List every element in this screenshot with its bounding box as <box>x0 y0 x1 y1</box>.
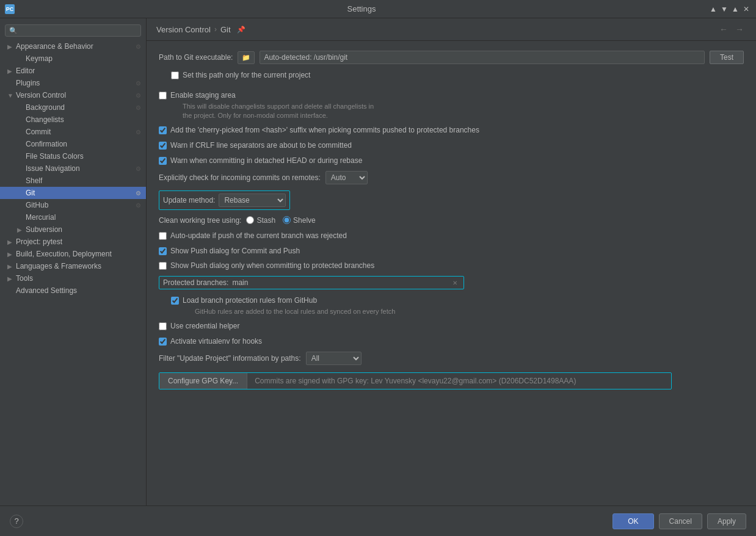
nav-forward-button[interactable]: → <box>733 23 746 35</box>
set-path-label: Set this path only for the current proje… <box>183 70 310 81</box>
protected-branches-input[interactable] <box>232 278 450 287</box>
sidebar-item-label: Issue Navigation <box>26 164 133 173</box>
sidebar-item-project[interactable]: ▶ Project: pytest <box>0 236 146 248</box>
gear-icon: ⚙ <box>136 190 141 197</box>
sidebar-item-issuenavigation[interactable]: Issue Navigation ⚙ <box>0 162 146 175</box>
stash-radio[interactable] <box>246 216 254 224</box>
sidebar-item-label: File Status Colors <box>26 152 141 161</box>
sidebar-item-confirmation[interactable]: Confirmation <box>0 138 146 150</box>
arrow-icon: ▶ <box>17 226 24 233</box>
sidebar-item-label: Commit <box>26 128 133 136</box>
sidebar-item-plugins[interactable]: Plugins ⚙ <box>0 77 146 89</box>
sidebar-item-label: Build, Execution, Deployment <box>16 250 141 258</box>
cancel-button[interactable]: Cancel <box>659 513 702 529</box>
clear-icon[interactable]: ✕ <box>450 280 460 286</box>
bottom-bar: ? OK Cancel Apply <box>0 505 756 536</box>
use-credential-helper-checkbox[interactable] <box>159 322 167 330</box>
breadcrumb: Version Control › Git 📌 ← → <box>147 18 756 41</box>
window-title: Settings <box>15 4 708 13</box>
search-box[interactable]: 🔍 <box>5 24 141 37</box>
nav-back-button[interactable]: ← <box>717 23 730 35</box>
sidebar-item-git[interactable]: Git ⚙ <box>0 187 146 199</box>
sidebar-item-mercurial[interactable]: Mercurial <box>0 211 146 223</box>
sidebar-item-label: Changelists <box>26 115 141 124</box>
sidebar-item-build[interactable]: ▶ Build, Execution, Deployment <box>0 248 146 260</box>
sidebar-item-github[interactable]: GitHub ⚙ <box>0 199 146 211</box>
title-bar: PC Settings ▲ ▼ ▲ ✕ <box>0 0 756 18</box>
warn-detached-checkbox[interactable] <box>159 157 167 165</box>
sidebar-item-label: Languages & Frameworks <box>16 262 141 270</box>
sidebar-item-label: Plugins <box>16 79 133 87</box>
use-credential-helper-label: Use credential helper <box>170 321 239 331</box>
sidebar-item-shelf[interactable]: Shelf <box>0 175 146 187</box>
test-button[interactable]: Test <box>710 51 744 64</box>
sidebar-item-label: Editor <box>16 67 141 75</box>
sidebar-item-keymap[interactable]: Keymap <box>0 53 146 65</box>
sidebar-item-label: Keymap <box>26 54 141 63</box>
protected-branches-label: Protected branches: <box>163 278 228 287</box>
show-push-dialog-only-checkbox[interactable] <box>159 262 167 270</box>
apply-button[interactable]: Apply <box>707 513 746 529</box>
warn-crlf-checkbox[interactable] <box>159 142 167 150</box>
sidebar-item-versioncontrol[interactable]: ▼ Version Control ⚙ <box>0 89 146 101</box>
enable-staging-sublabel: This will disable changelists support an… <box>170 102 374 121</box>
arrow-icon: ▶ <box>7 251 15 258</box>
gear-icon: ⚙ <box>136 80 141 87</box>
sidebar-item-label: Advanced Settings <box>16 286 141 295</box>
arrow-icon: ▶ <box>7 239 15 245</box>
show-push-dialog-label: Show Push dialog for Commit and Push <box>170 246 300 256</box>
enable-staging-checkbox[interactable] <box>159 92 167 100</box>
update-method-row: Update method: Rebase Merge Branch Defau… <box>159 190 744 210</box>
minimize-button[interactable]: ▲ <box>708 4 718 14</box>
sidebar-item-commit[interactable]: Commit ⚙ <box>0 126 146 138</box>
configure-gpg-button[interactable]: Configure GPG Key... <box>159 373 247 389</box>
sidebar-item-background[interactable]: Background ⚙ <box>0 101 146 114</box>
warn-crlf-label: Warn if CRLF line separators are about t… <box>170 140 352 151</box>
window-controls: ▲ ▼ ▲ ✕ <box>708 4 751 14</box>
load-branch-protection-checkbox[interactable] <box>171 297 179 305</box>
auto-update-checkbox[interactable] <box>159 232 167 240</box>
cherry-pick-row: Add the 'cherry-picked from <hash>' suff… <box>159 125 744 136</box>
activate-virtualenv-checkbox[interactable] <box>159 338 167 346</box>
maximize-button[interactable]: ▼ <box>719 4 729 14</box>
restore-button[interactable]: ▲ <box>730 4 740 14</box>
filter-update-project-select[interactable]: All Selected <box>306 352 362 365</box>
activate-virtualenv-label: Activate virtualenv for hooks <box>170 336 262 347</box>
show-push-dialog-checkbox[interactable] <box>159 247 167 255</box>
sidebar-item-changelists[interactable]: Changelists <box>0 114 146 126</box>
cherry-pick-checkbox[interactable] <box>159 126 167 134</box>
pin-icon[interactable]: 📌 <box>237 26 245 34</box>
git-path-input[interactable] <box>260 51 705 64</box>
sidebar-item-advanced[interactable]: Advanced Settings <box>0 284 146 297</box>
show-push-dialog-only-row: Show Push dialog only when committing to… <box>159 261 744 271</box>
sidebar-item-editor[interactable]: ▶ Editor <box>0 65 146 77</box>
sidebar: 🔍 ▶ Appearance & Behavior ⚙ Keymap ▶ Edi… <box>0 18 147 505</box>
update-method-label: Update method: <box>163 196 215 205</box>
explicitly-check-select[interactable]: Auto Always Never <box>325 171 368 184</box>
arrow-icon: ▶ <box>7 275 15 282</box>
set-path-checkbox[interactable] <box>171 71 179 79</box>
search-input[interactable] <box>20 26 137 35</box>
shelve-radio[interactable] <box>283 216 291 224</box>
gear-icon: ⚙ <box>136 202 141 209</box>
help-button[interactable]: ? <box>10 515 23 528</box>
sidebar-item-label: Shelf <box>26 176 141 185</box>
arrow-icon: ▶ <box>7 43 15 50</box>
folder-browse-button[interactable]: 📁 <box>238 51 255 64</box>
warn-detached-label: Warn when committing in detached HEAD or… <box>170 156 362 166</box>
sidebar-item-languages[interactable]: ▶ Languages & Frameworks <box>0 260 146 272</box>
breadcrumb-nav: ← → <box>717 23 746 35</box>
protected-branches-row: Protected branches: ✕ <box>159 276 744 289</box>
close-button[interactable]: ✕ <box>741 4 751 14</box>
load-branch-protection-sublabel: GitHub rules are added to the local rule… <box>183 307 395 316</box>
sidebar-item-appearance[interactable]: ▶ Appearance & Behavior ⚙ <box>0 40 146 53</box>
sidebar-item-filestatuscolors[interactable]: File Status Colors <box>0 150 146 162</box>
path-to-git-label: Path to Git executable: <box>159 53 233 62</box>
update-method-select[interactable]: Rebase Merge Branch Default <box>219 194 286 207</box>
ok-button[interactable]: OK <box>612 513 653 529</box>
sidebar-item-label: Git <box>26 189 133 197</box>
shelve-label: Shelve <box>293 216 316 225</box>
sidebar-item-tools[interactable]: ▶ Tools <box>0 272 146 284</box>
sidebar-item-subversion[interactable]: ▶ Subversion <box>0 223 146 236</box>
update-method-box: Update method: Rebase Merge Branch Defau… <box>159 190 290 210</box>
